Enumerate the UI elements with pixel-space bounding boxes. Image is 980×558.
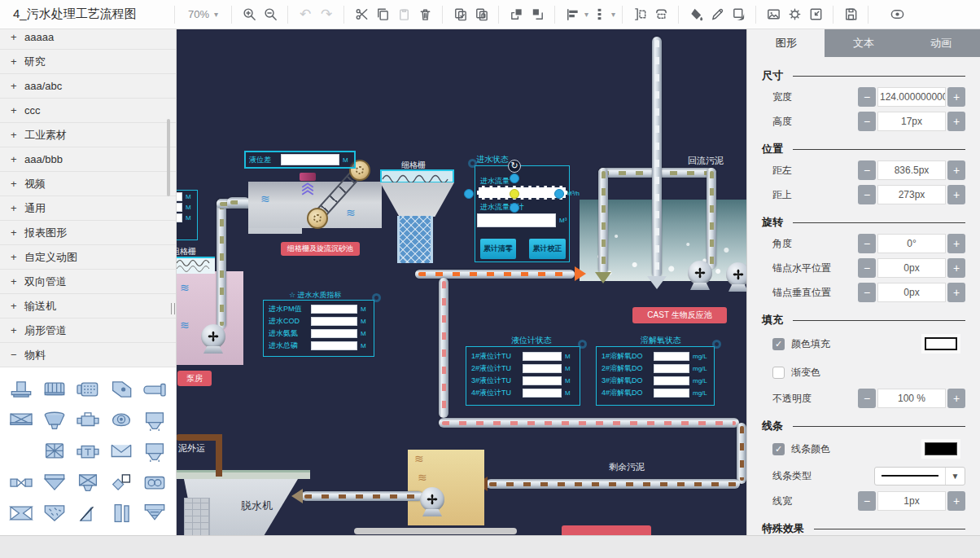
material-icon[interactable] [73,498,103,529]
material-icon[interactable] [106,529,136,535]
dissolved-oxygen-panel[interactable]: 1#溶解氧DOmg/L2#溶解氧DOmg/L3#溶解氧DOmg/L4#溶解氧DO… [596,346,715,406]
transfer-pipe[interactable] [439,278,448,418]
sidebar-category-视频[interactable]: +视频 [0,172,176,196]
paste-style-icon[interactable] [470,4,492,25]
calibrate-total-button[interactable]: 累计校正 [529,239,566,259]
return-sludge-label[interactable]: 回流污泥 [688,155,724,167]
zoom-in-icon[interactable] [238,4,260,25]
coarse-screen-box[interactable] [177,257,215,274]
reset-total-button[interactable]: 累计清零 [480,239,516,259]
material-icon[interactable] [40,529,70,535]
sludge-out-pipe[interactable] [216,434,222,477]
inflow-feed-pipe[interactable] [415,270,575,279]
fill-color-swatch[interactable] [925,337,957,350]
sidebar-resize-handle[interactable] [171,303,175,314]
decrement-button[interactable]: − [858,389,876,408]
scale-icon[interactable] [805,4,826,25]
decrement-button[interactable]: − [858,160,876,180]
image-icon[interactable] [763,4,784,25]
tab-text[interactable]: 文本 [825,29,902,57]
material-icon[interactable] [139,498,169,529]
submersible-pump[interactable] [199,324,227,354]
material-icon[interactable] [40,405,70,436]
width-value[interactable]: 124.00000000000 [877,87,946,107]
material-icon[interactable] [106,498,136,529]
split-vertical-icon[interactable] [629,4,650,25]
level-diff-input[interactable] [281,154,339,165]
decrement-button[interactable]: − [858,491,876,511]
decrement-button[interactable]: − [858,258,876,278]
level-meter-panel[interactable]: 1#液位计TUM2#液位计TUM3#液位计TUM4#液位计TUM [466,346,580,406]
fine-screen-funnel[interactable] [380,182,454,217]
sidebar-category-双向管道[interactable]: +双向管道 [0,270,176,294]
increment-button[interactable]: + [947,258,965,278]
resize-handle-left[interactable] [464,189,474,199]
hud-value-input[interactable] [311,329,357,338]
rotate-handle[interactable]: ↻ [508,160,521,173]
grit-chamber-label[interactable]: 细格栅及旋流沉砂池 [281,242,360,256]
anchor-x-value[interactable]: 0px [877,258,946,278]
increment-button[interactable]: + [947,87,965,107]
hud-value-input[interactable] [177,203,182,212]
material-icon[interactable] [40,467,70,498]
sludge-pump[interactable] [418,487,446,516]
material-icon[interactable] [73,374,103,405]
save-icon[interactable] [840,4,861,25]
hud-value-input[interactable] [654,364,689,373]
delete-icon[interactable] [414,4,435,25]
copy-icon[interactable] [372,4,393,25]
fill-color-icon[interactable] [685,4,707,25]
sidebar-category-aaa/abc[interactable]: +aaa/abc [0,74,176,99]
material-icon[interactable] [73,467,103,498]
material-icon[interactable] [73,405,103,436]
inflow-pipe[interactable] [652,37,662,278]
shadow-icon[interactable] [728,4,749,25]
sludge-pipe[interactable] [217,199,226,329]
hud-value-input[interactable] [654,376,689,385]
hud-value-input[interactable] [311,305,357,314]
tab-graphic[interactable]: 图形 [747,29,825,57]
material-icon[interactable] [7,498,37,529]
line-type-select[interactable]: ▼ [874,467,965,486]
material-icon[interactable] [106,436,136,467]
material-icon[interactable] [139,529,169,535]
top-value[interactable]: 273px [877,185,946,204]
anchor-handle[interactable] [510,189,519,199]
material-icon[interactable] [139,436,169,467]
material-icon[interactable] [139,405,169,436]
edit-pen-icon[interactable] [707,4,728,25]
increment-button[interactable]: + [947,234,965,253]
material-icon[interactable] [40,374,70,405]
bottom-label-partial[interactable] [562,525,651,535]
dewatering-label[interactable]: 脱水机 [241,499,273,513]
machine-cabinet[interactable] [184,498,210,535]
resize-handle-right[interactable] [554,189,564,199]
line-width-value[interactable]: 1px [877,491,946,511]
redo-icon[interactable]: ↷ [316,4,337,25]
gate-marker[interactable] [300,173,316,181]
fine-screen-box[interactable] [380,169,454,182]
resize-handle-top[interactable] [510,174,519,183]
preview-eye-icon[interactable] [886,4,908,25]
angle-value[interactable]: 0° [877,234,946,253]
material-icon[interactable] [139,467,169,498]
sidebar-category-自定义动图[interactable]: +自定义动图 [0,245,176,270]
diagram-canvas[interactable]: MMM ≋ ≋ 粗格栅 ≋ ≋ [177,29,746,535]
increment-button[interactable]: + [947,160,965,180]
increment-button[interactable]: + [947,283,965,302]
sidebar-category-报表图形[interactable]: +报表图形 [0,221,176,245]
decrement-button[interactable]: − [858,112,876,131]
sidebar-category-aaaaa[interactable]: +aaaaa [0,29,176,50]
line-color-checkbox[interactable]: ✓ [772,443,785,455]
sidebar-category-物料[interactable]: −物料 [0,343,176,367]
sidebar-category-通用[interactable]: +通用 [0,196,176,221]
hud-value-input[interactable] [177,192,182,201]
material-icon[interactable] [106,405,136,436]
material-icon[interactable] [7,405,37,436]
coarse-screen-panel[interactable]: MMM [177,190,198,240]
hud-value-input[interactable] [654,389,689,398]
hud-value-input[interactable] [523,389,562,398]
export-settings-icon[interactable] [784,4,805,25]
decrement-button[interactable]: − [858,87,876,107]
material-icon[interactable] [106,374,136,405]
